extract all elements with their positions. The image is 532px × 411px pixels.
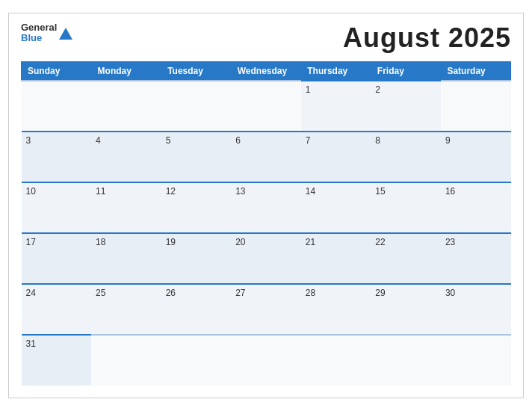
day-number: 22 [375,237,385,247]
day-number: 9 [445,135,451,146]
calendar-day-cell: 23 [441,233,511,284]
month-title: August 2025 [343,22,511,54]
logo: General Blue [21,22,72,44]
calendar-day-cell: 15 [371,182,441,233]
calendar-day-cell [231,335,301,386]
calendar-day-cell: 28 [301,284,371,335]
calendar-day-cell: 24 [22,284,92,335]
calendar-week-row: 31 [22,335,511,386]
day-number: 29 [375,288,385,298]
calendar-day-cell [161,335,232,386]
day-number: 25 [96,288,105,298]
day-number: 30 [445,288,455,298]
calendar-day-cell: 20 [231,233,301,284]
calendar-day-cell [441,335,511,386]
calendar-day-cell: 26 [161,284,232,335]
calendar-day-cell: 13 [231,182,301,233]
header-thursday: Thursday [301,62,371,81]
calendar-day-cell: 22 [371,233,441,284]
calendar-grid: Sunday Monday Tuesday Wednesday Thursday… [21,61,511,386]
calendar-day-cell [301,335,371,386]
day-number: 11 [96,186,105,197]
calendar-day-cell: 18 [91,233,161,284]
day-number: 15 [375,186,385,197]
day-number: 2 [375,84,380,95]
day-number: 26 [166,288,176,298]
day-number: 14 [306,186,315,197]
day-number: 6 [235,135,241,146]
day-number: 27 [235,288,245,298]
day-number: 19 [166,237,176,247]
calendar-day-cell [22,81,92,132]
header-wednesday: Wednesday [231,62,301,81]
day-number: 4 [96,135,101,146]
calendar-day-cell: 5 [161,132,232,182]
calendar-day-cell: 16 [441,182,511,233]
day-number: 10 [26,186,36,197]
day-number: 24 [26,288,36,298]
calendar-day-cell: 8 [371,132,441,182]
calendar-day-cell: 25 [91,284,161,335]
header-saturday: Saturday [441,62,511,81]
calendar-day-cell: 19 [161,233,232,284]
day-number: 23 [445,237,455,247]
weekday-header-row: Sunday Monday Tuesday Wednesday Thursday… [22,62,511,81]
calendar-week-row: 12 [22,81,511,132]
logo-text: General Blue [21,22,57,44]
calendar-day-cell: 30 [441,284,511,335]
calendar-week-row: 24252627282930 [22,284,511,335]
calendar-day-cell: 14 [301,182,371,233]
calendar-day-cell [91,81,161,132]
logo-general-text: General [21,22,57,33]
day-number: 3 [26,135,31,146]
calendar-day-cell: 6 [231,132,301,182]
calendar-day-cell: 27 [231,284,301,335]
calendar-week-row: 3456789 [22,132,511,182]
day-number: 17 [26,237,36,247]
day-number: 12 [166,186,176,197]
day-number: 16 [445,186,455,197]
calendar-day-cell: 11 [91,182,161,233]
header-tuesday: Tuesday [161,62,232,81]
header-sunday: Sunday [22,62,92,81]
calendar-day-cell: 1 [301,81,371,132]
calendar-day-cell [161,81,232,132]
day-number: 20 [235,237,245,247]
calendar-day-cell: 21 [301,233,371,284]
day-number: 28 [306,288,315,298]
calendar-day-cell: 2 [371,81,441,132]
day-number: 31 [26,339,36,349]
calendar-day-cell [91,335,161,386]
calendar-day-cell: 12 [161,182,232,233]
calendar-day-cell: 9 [441,132,511,182]
day-number: 21 [306,237,315,247]
calendar-day-cell [371,335,441,386]
calendar-day-cell: 29 [371,284,441,335]
calendar-week-row: 10111213141516 [22,182,511,233]
day-number: 18 [96,237,105,247]
logo-blue-text: Blue [21,33,57,43]
calendar-day-cell [441,81,511,132]
header-monday: Monday [91,62,161,81]
calendar-container: General Blue August 2025 Sunday Monday T… [8,13,524,398]
calendar-day-cell: 3 [22,132,92,182]
header-friday: Friday [371,62,441,81]
calendar-day-cell: 31 [22,335,92,386]
logo-triangle-icon [59,28,72,40]
day-number: 5 [166,135,171,146]
calendar-week-row: 17181920212223 [22,233,511,284]
calendar-header: General Blue August 2025 [21,22,511,54]
day-number: 8 [375,135,380,146]
calendar-day-cell [231,81,301,132]
day-number: 13 [235,186,245,197]
day-number: 7 [306,135,311,146]
calendar-day-cell: 7 [301,132,371,182]
calendar-day-cell: 17 [22,233,92,284]
calendar-day-cell: 4 [91,132,161,182]
calendar-day-cell: 10 [22,182,92,233]
day-number: 1 [306,84,311,95]
